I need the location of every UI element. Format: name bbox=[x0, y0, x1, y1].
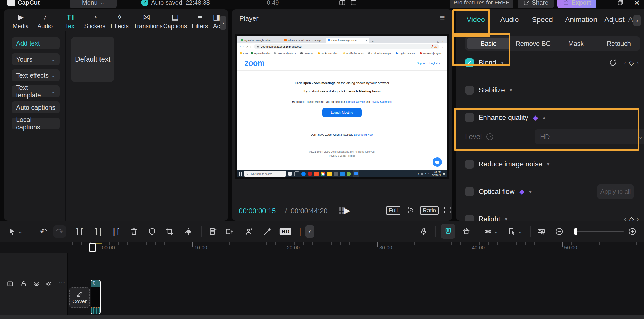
ratio-button[interactable]: Ratio bbox=[420, 206, 439, 215]
zoom-slider-handle[interactable] bbox=[574, 228, 577, 235]
snap-toggle-button[interactable] bbox=[441, 224, 455, 239]
preview-axis-button[interactable] bbox=[462, 227, 471, 236]
yours-section-button[interactable]: Yours⌄ bbox=[12, 53, 60, 65]
fullscreen-icon[interactable] bbox=[443, 206, 452, 214]
close-window-icon[interactable]: ✕ bbox=[634, 0, 640, 8]
tab-speed[interactable]: Speed bbox=[532, 16, 553, 24]
tab-clipped[interactable]: A bbox=[628, 16, 633, 24]
zoom-in-icon bbox=[628, 227, 637, 236]
tab-stickers[interactable]: ◔ Stickers bbox=[82, 12, 108, 30]
player-menu-icon[interactable]: ≡ bbox=[440, 13, 445, 23]
auto-captions-button[interactable]: Auto captions bbox=[12, 102, 60, 113]
tab-text[interactable]: TI Text bbox=[58, 12, 83, 30]
track-more-icon[interactable]: ⋯ bbox=[59, 278, 65, 286]
local-captions-button[interactable]: Local captions bbox=[12, 118, 60, 129]
player-controls: 00:00:00:15 / 00:00:44:20 ▶ Full Ratio bbox=[239, 204, 452, 220]
mute-clip-button[interactable] bbox=[148, 227, 156, 236]
ai-portrait-button[interactable] bbox=[245, 227, 253, 236]
relight-checkbox[interactable] bbox=[465, 215, 474, 221]
cover-button[interactable]: Cover bbox=[69, 287, 90, 308]
hd-proxy-button[interactable]: HD bbox=[280, 228, 291, 235]
chevron-down-icon[interactable]: ▾ bbox=[529, 189, 532, 195]
link-clips-button[interactable]: ⌄ bbox=[484, 227, 498, 236]
menu-button[interactable]: Menu⌄ bbox=[70, 0, 117, 8]
reduce-noise-row: Reduce image noise ▾ bbox=[465, 157, 639, 171]
new-tab-button: + bbox=[369, 40, 376, 43]
tab-effects[interactable]: ✧ Effects bbox=[107, 12, 133, 30]
delete-right-button[interactable]: |[ bbox=[112, 227, 120, 236]
layout-bottom-icon[interactable] bbox=[350, 0, 357, 8]
crop-icon bbox=[165, 227, 174, 236]
optical-flow-checkbox[interactable] bbox=[465, 187, 474, 196]
ai-magic-button[interactable] bbox=[263, 227, 272, 236]
mirror-flip-button[interactable] bbox=[184, 227, 193, 236]
tab-adjust[interactable]: Adjust bbox=[604, 16, 625, 24]
playhead-line[interactable] bbox=[92, 243, 92, 316]
timeline-ruler[interactable]: 00:00 10:00 20:00 30:00 40:00 50:00 bbox=[67, 242, 644, 253]
split-button[interactable]: ][ bbox=[75, 227, 83, 236]
tab-animation[interactable]: Animation bbox=[565, 16, 597, 24]
layout-left-icon[interactable] bbox=[339, 0, 346, 8]
tab-captions[interactable]: ▤ Captions bbox=[162, 12, 188, 30]
chevron-down-icon[interactable]: ▾ bbox=[505, 216, 507, 221]
undo-button[interactable]: ↶ bbox=[40, 226, 47, 237]
shield-icon bbox=[148, 227, 156, 236]
player-panel: Player ≡ My Drive - Google Drive What's … bbox=[232, 9, 452, 221]
reset-icon[interactable] bbox=[609, 58, 617, 67]
annotation-box-basic-tab bbox=[452, 33, 510, 66]
chevron-down-icon[interactable]: ▾ bbox=[547, 161, 549, 167]
relight-row: Relight ▾ ‹◇› bbox=[465, 212, 639, 221]
subtab-retouch[interactable]: Retouch bbox=[597, 38, 640, 49]
add-text-button[interactable]: Add text bbox=[12, 37, 60, 49]
chevron-down-icon[interactable]: ▾ bbox=[510, 87, 512, 93]
zoom-out-button[interactable] bbox=[555, 227, 564, 236]
ai-script-button[interactable] bbox=[209, 227, 218, 236]
timeline-scrollbar-strip[interactable] bbox=[0, 315, 644, 319]
collapse-player-button[interactable]: ‹ bbox=[305, 225, 314, 238]
share-button[interactable]: Share bbox=[518, 0, 554, 8]
full-preview-button[interactable]: Full bbox=[386, 206, 400, 215]
subtab-mask[interactable]: Mask bbox=[555, 38, 597, 49]
ai-audio-button[interactable] bbox=[225, 227, 234, 236]
zoom-in-button[interactable] bbox=[628, 227, 637, 236]
stabilize-checkbox[interactable] bbox=[465, 86, 474, 95]
apply-to-all-button[interactable]: Apply to all bbox=[597, 184, 634, 199]
tab-media[interactable]: ▶ Media bbox=[8, 12, 34, 30]
zoom-app-active-icon bbox=[353, 170, 359, 177]
select-tool-button[interactable]: ⌄ bbox=[8, 227, 23, 236]
lock-track-icon[interactable] bbox=[20, 280, 27, 287]
zoom-agreement-line: By clicking 'Launch Meeting', you agree … bbox=[237, 100, 447, 103]
keyframe-controls[interactable]: ‹◇› bbox=[624, 215, 639, 221]
export-button[interactable]: Export bbox=[557, 0, 596, 8]
default-text-card[interactable]: Default text bbox=[71, 37, 114, 82]
tab-audio-settings[interactable]: Audio bbox=[500, 16, 519, 24]
track-volume-icon[interactable] bbox=[46, 280, 52, 287]
playhead-handle[interactable] bbox=[89, 243, 96, 252]
flip-icon bbox=[184, 227, 193, 236]
record-voiceover-button[interactable] bbox=[419, 227, 428, 236]
select-mode-button[interactable]: ⌄ bbox=[508, 227, 523, 236]
text-effects-button[interactable]: Text effects⌄ bbox=[12, 69, 60, 81]
redo-button[interactable]: ↷ bbox=[53, 225, 66, 238]
delete-left-button[interactable]: ]| bbox=[94, 227, 102, 236]
popout-window-icon[interactable] bbox=[617, 0, 624, 8]
tabs-overflow-chevron[interactable]: › bbox=[220, 16, 226, 30]
browser-tab-strip: My Drive - Google Drive What's a Good Co… bbox=[237, 36, 447, 43]
pro-features-button[interactable]: Pro features for FREE bbox=[450, 0, 513, 8]
text-template-button[interactable]: Text template⌄ bbox=[12, 85, 60, 97]
toggle-visibility-icon[interactable] bbox=[33, 280, 40, 287]
cursor-icon bbox=[8, 227, 17, 236]
tab-audio[interactable]: ♪ Audio bbox=[32, 12, 58, 30]
focus-zoom-icon[interactable] bbox=[407, 206, 416, 214]
tab-transitions[interactable]: ⋈ Transitions bbox=[134, 12, 160, 30]
timeline-zoom-slider[interactable] bbox=[574, 231, 624, 232]
timeline-scale-button[interactable] bbox=[537, 227, 546, 236]
subtab-remove-bg[interactable]: Remove BG bbox=[512, 38, 555, 49]
inspector-tabs-chevron[interactable]: › bbox=[633, 15, 641, 26]
reduce-noise-checkbox[interactable] bbox=[465, 160, 474, 169]
video-preview-canvas[interactable]: My Drive - Google Drive What's a Good Co… bbox=[235, 34, 449, 179]
delete-button[interactable] bbox=[130, 227, 138, 236]
crop-button[interactable] bbox=[165, 227, 174, 236]
play-button[interactable]: ▶ bbox=[344, 205, 350, 215]
keyframe-controls[interactable]: ‹◇› bbox=[624, 59, 639, 67]
